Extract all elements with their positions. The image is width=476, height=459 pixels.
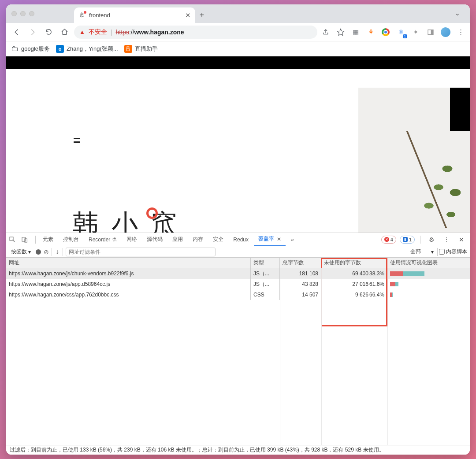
bookmark-label: google服务 <box>21 45 50 53</box>
toolbar-right-icons: ▦ ⚘ ⚛1 ✦ ⋮ <box>321 27 465 37</box>
red-ring-decor <box>146 207 158 219</box>
back-button[interactable] <box>11 26 23 38</box>
profile-avatar-icon[interactable] <box>441 27 450 37</box>
col-total-header[interactable]: 总字节数 <box>280 258 321 268</box>
clear-icon[interactable]: ⊘ <box>44 248 49 255</box>
home-button[interactable] <box>58 26 71 38</box>
bookmark-star-icon[interactable] <box>336 27 346 37</box>
close-window-dot[interactable] <box>11 11 17 16</box>
scope-dropdown[interactable]: 全部 ▾ <box>408 248 436 256</box>
coverage-status-bar: 过滤后：到目前为止，已使用 133 kB (56%)，共 239 kB，还有 1… <box>6 445 470 455</box>
window-controls[interactable] <box>11 4 34 23</box>
tab-overflow[interactable]: » <box>286 233 298 246</box>
tab-recorder[interactable]: Recorder⚗ <box>84 233 121 246</box>
content-script-checkbox[interactable] <box>439 249 445 255</box>
browser-tab[interactable]: 窊 frontend ✕ <box>74 7 195 23</box>
svg-rect-4 <box>25 239 27 242</box>
export-icon[interactable]: ⤓ <box>55 248 60 255</box>
col-url-header[interactable]: 网址 <box>6 258 251 268</box>
coverage-table-header: 网址 类型 总字节数 未使用的字节数 使用情况可视化图表 <box>6 258 470 268</box>
flask-icon: ⚗ <box>112 237 117 243</box>
minimize-window-dot[interactable] <box>20 11 26 16</box>
col-type-header[interactable]: 类型 <box>251 258 280 268</box>
outlook-icon: o <box>56 45 64 53</box>
devtools-menu-icon[interactable]: ⋮ <box>441 236 452 243</box>
device-toolbar-icon[interactable] <box>21 236 33 243</box>
coverage-grid-bg <box>6 268 470 445</box>
hamburger-icon[interactable]: = <box>73 133 79 148</box>
devtools-close-icon[interactable]: ✕ <box>456 236 467 243</box>
ext-orange-icon[interactable]: ⚘ <box>366 27 376 37</box>
tab-console[interactable]: 控制台 <box>59 233 83 246</box>
ext-react-icon[interactable]: ⚛1 <box>396 27 405 37</box>
tab-elements[interactable]: 元素 <box>38 233 58 246</box>
tab-application[interactable]: 应用 <box>168 233 187 246</box>
bookmarks-bar: 🗀 google服务 o Zhang，Ying(张颖... 吕 直播助手 <box>6 41 470 56</box>
tab-strip: 窊 frontend ✕ + ⌄ <box>6 4 470 23</box>
insecure-warning-icon: ▲ <box>79 29 85 35</box>
bookmark-stream[interactable]: 吕 直播助手 <box>124 45 158 53</box>
error-count-pill[interactable]: ✕4 <box>381 236 396 244</box>
tab-security[interactable]: 安全 <box>208 233 228 246</box>
bookmark-folder-google[interactable]: 🗀 google服务 <box>11 45 50 53</box>
tab-sources[interactable]: 源代码 <box>142 233 167 246</box>
tab-memory[interactable]: 内存 <box>188 233 208 246</box>
tab-network[interactable]: 网络 <box>122 233 141 246</box>
address-bar[interactable]: ▲ 不安全 | https://www.hagan.zone <box>74 26 317 39</box>
status-text: 过滤后：到目前为止，已使用 133 kB (56%)，共 239 kB，还有 1… <box>10 446 384 454</box>
folder-icon: 🗀 <box>11 45 19 53</box>
coverage-toolbar: 按函数▾ ⊘ ⤓ 全部 ▾ 内容脚本 <box>6 246 470 258</box>
bookmark-outlook[interactable]: o Zhang，Ying(张颖... <box>56 45 118 53</box>
favicon-icon: 窊 <box>78 12 86 19</box>
tab-overflow-icon[interactable]: ⌄ <box>455 10 460 17</box>
info-count-pill[interactable]: ▮1 <box>400 236 415 244</box>
inspect-element-icon[interactable] <box>9 236 20 243</box>
col-unused-header[interactable]: 未使用的字节数 <box>321 258 387 268</box>
close-tab-icon[interactable]: ✕ <box>277 236 281 242</box>
content-script-label: 内容脚本 <box>446 248 467 255</box>
side-panel-icon[interactable] <box>426 27 435 37</box>
navigation-bar: ▲ 不安全 | https://www.hagan.zone ▦ ⚘ ⚛1 ✦ … <box>6 23 470 41</box>
forward-button[interactable] <box>26 26 39 38</box>
reload-button[interactable] <box>42 26 55 38</box>
devtools-panel: 元素 控制台 Recorder⚗ 网络 源代码 应用 内存 安全 Redux 覆… <box>6 233 470 455</box>
settings-gear-icon[interactable]: ⚙ <box>426 236 437 243</box>
bookmark-label: 直播助手 <box>135 45 158 53</box>
bookmark-label: Zhang，Ying(张颖... <box>67 45 118 53</box>
tab-coverage[interactable]: 覆盖率✕ <box>254 233 286 246</box>
per-function-dropdown[interactable]: 按函数▾ <box>9 248 33 256</box>
chrome-menu-icon[interactable]: ⋮ <box>456 27 465 37</box>
url-filter-input[interactable] <box>66 248 216 256</box>
ext-chrome-icon[interactable] <box>381 27 390 37</box>
close-tab-icon[interactable]: ✕ <box>185 11 191 19</box>
url-text: https://www.hagan.zone <box>116 29 184 36</box>
share-icon[interactable] <box>321 27 331 37</box>
qr-extension-icon[interactable]: ▦ <box>351 27 361 37</box>
svg-rect-1 <box>431 30 433 34</box>
devtools-tab-bar: 元素 控制台 Recorder⚗ 网络 源代码 应用 内存 安全 Redux 覆… <box>6 233 470 246</box>
maximize-window-dot[interactable] <box>29 11 34 16</box>
insecure-label: 不安全 <box>89 28 107 36</box>
stream-icon: 吕 <box>124 45 132 53</box>
hero-black-block <box>450 88 470 131</box>
col-viz-header[interactable]: 使用情况可视化图表 <box>387 258 470 268</box>
page-top-bar <box>6 56 470 69</box>
extensions-puzzle-icon[interactable]: ✦ <box>411 27 420 37</box>
browser-window: 窊 frontend ✕ + ⌄ ▲ 不安全 | https://www.hag… <box>6 4 470 455</box>
new-tab-button[interactable]: + <box>195 7 208 23</box>
record-button[interactable] <box>36 249 41 255</box>
tab-title: frontend <box>89 12 110 19</box>
tab-redux[interactable]: Redux <box>229 233 253 246</box>
page-content: = 韩 小 窊 <box>6 56 470 233</box>
